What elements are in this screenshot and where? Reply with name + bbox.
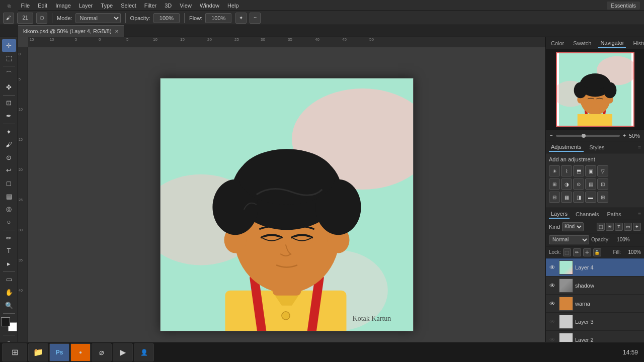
taskbar-start[interactable]: ⊞ (2, 343, 27, 361)
filter-kind-select[interactable]: Kind (562, 222, 584, 231)
menu-layer[interactable]: Layer (79, 3, 93, 9)
tab-paths[interactable]: Paths (605, 210, 623, 218)
hsl-adj[interactable]: ▽ (597, 165, 608, 176)
filter-type-icon[interactable]: T (615, 223, 623, 231)
adj-panel-menu[interactable]: ≡ (638, 144, 641, 150)
menu-select[interactable]: Select (121, 3, 136, 9)
photo-filter-adj[interactable]: ⊙ (573, 178, 584, 190)
menu-filter[interactable]: Filter (144, 3, 156, 9)
history-brush-tool[interactable]: ↩ (2, 164, 16, 177)
gradient-map-adj[interactable]: ▬ (585, 192, 596, 203)
shape-tool[interactable]: ▭ (2, 274, 16, 286)
tab-close-button[interactable]: ✕ (115, 29, 119, 34)
layer-row[interactable]: 👁 Layer 3 (546, 313, 644, 331)
tab-color[interactable]: Color (549, 39, 566, 47)
text-tool[interactable]: T (2, 244, 16, 257)
canvas-area[interactable]: -15 -10 -5 0 5 10 15 20 25 30 35 40 45 5… (18, 37, 545, 362)
tab-styles[interactable]: Styles (588, 143, 607, 151)
zoom-out-btn[interactable]: − (550, 133, 553, 138)
flow-input[interactable] (205, 13, 231, 23)
lasso-tool[interactable]: ⌒ (2, 68, 16, 80)
lock-move-icon[interactable]: ✛ (583, 248, 591, 256)
blend-mode-select[interactable]: Normal (549, 235, 589, 244)
filter-shape-icon[interactable]: ▭ (624, 223, 632, 231)
taskbar-media[interactable]: ▶ (113, 343, 133, 361)
layer-visibility-toggle[interactable]: 👁 (548, 281, 557, 290)
menu-view[interactable]: View (180, 3, 192, 9)
blur-tool[interactable]: ◎ (2, 203, 16, 216)
threshold-adj[interactable]: ◨ (573, 192, 584, 203)
tab-swatch[interactable]: Swatch (571, 39, 593, 47)
filter-pixel-icon[interactable]: ⬚ (597, 223, 605, 231)
bw-adj[interactable]: ◑ (561, 178, 572, 190)
taskbar-photoshop[interactable]: Ps (49, 343, 69, 361)
healing-brush-tool[interactable]: ✦ (2, 126, 16, 138)
clone-stamp-tool[interactable]: ⊙ (2, 151, 16, 164)
layer-visibility-toggle[interactable]: 👁 (548, 299, 557, 308)
menu-type[interactable]: Type (101, 3, 113, 9)
crop-tool[interactable]: ⊡ (2, 97, 16, 109)
marquee-tool[interactable]: ⬚ (2, 52, 16, 65)
brush-preset-icon[interactable]: ⬡ (36, 13, 47, 24)
menu-edit[interactable]: Edit (38, 3, 47, 9)
opacity-input[interactable] (153, 13, 180, 23)
tab-histogram[interactable]: Histog... (631, 39, 644, 47)
curves-adj[interactable]: ⌇ (561, 165, 572, 176)
posterize-adj[interactable]: ▦ (561, 192, 572, 203)
workspace-selector[interactable]: Essentials (607, 2, 640, 10)
eraser-tool[interactable]: ◻ (2, 177, 16, 190)
mode-select[interactable]: Normal (75, 13, 121, 23)
brightness-adj[interactable]: ☀ (549, 165, 560, 176)
selective-color-adj[interactable]: ⊞ (597, 192, 608, 203)
tab-arrange-icon[interactable]: ⧉ (8, 4, 11, 9)
filter-smart-icon[interactable]: ✦ (633, 223, 641, 231)
zoom-slider-thumb[interactable] (582, 134, 586, 138)
layer-row[interactable]: 👁 shadow (546, 277, 644, 295)
fg-bg-colors[interactable] (1, 317, 17, 331)
gradient-tool[interactable]: ▤ (2, 190, 16, 203)
dodge-tool[interactable]: ○ (2, 216, 16, 228)
taskbar-orange-app[interactable]: ● (70, 343, 91, 361)
lock-all-icon[interactable]: 🔒 (593, 248, 601, 256)
menu-file[interactable]: File (21, 3, 30, 9)
menu-window[interactable]: Window (200, 3, 219, 9)
airbrush-icon[interactable]: ✦ (235, 13, 247, 24)
tab-layers[interactable]: Layers (549, 210, 570, 219)
taskbar-character[interactable]: 👤 (134, 343, 154, 361)
layer-row[interactable]: 👁 warna (546, 295, 644, 313)
quick-select-tool[interactable]: ✤ (2, 81, 16, 94)
lock-pixels-icon[interactable]: ⬚ (563, 248, 571, 256)
menu-help[interactable]: Help (227, 3, 239, 9)
taskbar-explorer[interactable]: 📁 (28, 343, 48, 361)
color-lookup-adj[interactable]: ⊡ (597, 178, 608, 190)
taskbar-chrome[interactable]: ⌀ (92, 343, 112, 361)
invert-adj[interactable]: ⊟ (549, 192, 560, 203)
layer-row[interactable]: 👁 Layer 4 (546, 258, 644, 277)
brush-tool[interactable]: 🖌 (2, 138, 16, 151)
menu-3d[interactable]: 3D (165, 3, 172, 9)
lock-position-icon[interactable]: ✏ (573, 248, 581, 256)
layer-visibility-toggle[interactable]: 👁 (548, 263, 557, 272)
zoom-slider[interactable] (556, 135, 620, 137)
zoom-in-btn[interactable]: + (623, 133, 626, 138)
exposure-adj[interactable]: ⬒ (573, 165, 584, 176)
document-tab[interactable]: kikoro.psd @ 50% (Layer 4, RGB/8) ✕ (18, 25, 124, 37)
color-balance-adj[interactable]: ⊞ (549, 178, 560, 190)
layer-visibility-toggle[interactable]: 👁 (548, 317, 557, 326)
channel-mixer-adj[interactable]: ▤ (585, 178, 596, 190)
menu-image[interactable]: Image (55, 3, 71, 9)
layers-panel-menu[interactable]: ≡ (638, 211, 641, 217)
artwork-canvas[interactable]: Kotak Kartun (160, 78, 414, 331)
filter-adj-icon[interactable]: ☀ (606, 223, 614, 231)
eyedropper-tool[interactable]: ✒ (2, 110, 16, 122)
move-tool[interactable]: ✛ (2, 39, 16, 52)
brush-tool-icon[interactable]: 🖌 (3, 13, 14, 24)
zoom-tool[interactable]: 🔍 (2, 299, 16, 312)
hand-tool[interactable]: ✋ (2, 286, 16, 299)
pen-tool[interactable]: ✏ (2, 232, 16, 244)
tab-channels[interactable]: Channels (574, 210, 601, 218)
tab-navigator[interactable]: Navigator (598, 39, 626, 48)
foreground-color[interactable] (1, 317, 10, 326)
vibrance-adj[interactable]: ▣ (585, 165, 596, 176)
path-select-tool[interactable]: ▸ (2, 257, 16, 270)
